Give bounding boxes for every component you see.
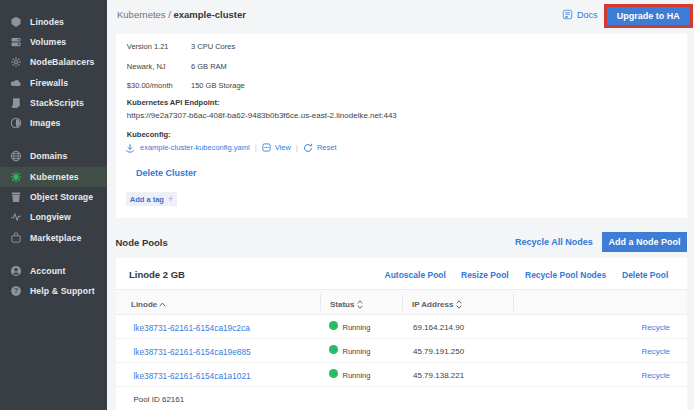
- svg-text:?: ?: [14, 287, 18, 294]
